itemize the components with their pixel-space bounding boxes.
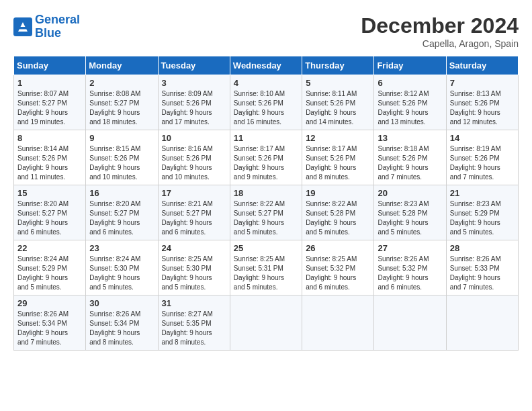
table-row: 22Sunrise: 8:24 AMSunset: 5:29 PMDayligh… xyxy=(14,240,86,295)
day-number: 8 xyxy=(17,133,82,143)
day-number: 10 xyxy=(162,133,226,143)
day-number: 27 xyxy=(378,243,442,253)
calendar-week-row: 22Sunrise: 8:24 AMSunset: 5:29 PMDayligh… xyxy=(14,240,519,295)
day-number: 5 xyxy=(306,78,370,88)
col-friday: Friday xyxy=(374,56,446,75)
cell-content: Sunrise: 8:25 AMSunset: 5:32 PMDaylight:… xyxy=(306,255,370,292)
table-row: 9Sunrise: 8:15 AMSunset: 5:26 PMDaylight… xyxy=(86,130,158,185)
calendar-week-row: 1Sunrise: 8:07 AMSunset: 5:27 PMDaylight… xyxy=(14,75,519,130)
table-row xyxy=(302,295,374,351)
cell-content: Sunrise: 8:14 AMSunset: 5:26 PMDaylight:… xyxy=(17,144,82,182)
table-row: 12Sunrise: 8:17 AMSunset: 5:26 PMDayligh… xyxy=(302,130,374,185)
col-sunday: Sunday xyxy=(14,56,86,75)
table-row: 18Sunrise: 8:22 AMSunset: 5:27 PMDayligh… xyxy=(230,185,302,240)
cell-content: Sunrise: 8:24 AMSunset: 5:30 PMDaylight:… xyxy=(89,255,154,292)
calendar-week-row: 29Sunrise: 8:26 AMSunset: 5:34 PMDayligh… xyxy=(14,295,519,351)
cell-content: Sunrise: 8:08 AMSunset: 5:27 PMDaylight:… xyxy=(89,89,154,127)
table-row: 19Sunrise: 8:22 AMSunset: 5:28 PMDayligh… xyxy=(302,185,374,240)
cell-content: Sunrise: 8:26 AMSunset: 5:34 PMDaylight:… xyxy=(89,310,154,347)
day-number: 25 xyxy=(234,243,298,253)
cell-content: Sunrise: 8:23 AMSunset: 5:28 PMDaylight:… xyxy=(378,199,442,237)
cell-content: Sunrise: 8:15 AMSunset: 5:26 PMDaylight:… xyxy=(89,144,154,182)
table-row: 4Sunrise: 8:10 AMSunset: 5:26 PMDaylight… xyxy=(230,75,302,130)
day-number: 9 xyxy=(89,133,154,143)
cell-content: Sunrise: 8:26 AMSunset: 5:32 PMDaylight:… xyxy=(378,255,442,292)
cell-content: Sunrise: 8:09 AMSunset: 5:26 PMDaylight:… xyxy=(162,89,226,127)
cell-content: Sunrise: 8:16 AMSunset: 5:26 PMDaylight:… xyxy=(162,144,226,182)
col-thursday: Thursday xyxy=(302,56,374,75)
cell-content: Sunrise: 8:25 AMSunset: 5:30 PMDaylight:… xyxy=(162,255,226,292)
table-row: 17Sunrise: 8:21 AMSunset: 5:27 PMDayligh… xyxy=(158,185,230,240)
day-number: 14 xyxy=(450,133,515,143)
table-row: 5Sunrise: 8:11 AMSunset: 5:26 PMDaylight… xyxy=(302,75,374,130)
day-number: 20 xyxy=(378,188,442,198)
table-row: 27Sunrise: 8:26 AMSunset: 5:32 PMDayligh… xyxy=(374,240,446,295)
calendar-week-row: 15Sunrise: 8:20 AMSunset: 5:27 PMDayligh… xyxy=(14,185,519,240)
table-row: 16Sunrise: 8:20 AMSunset: 5:27 PMDayligh… xyxy=(86,185,158,240)
table-row: 29Sunrise: 8:26 AMSunset: 5:34 PMDayligh… xyxy=(14,295,86,351)
day-number: 4 xyxy=(234,78,298,88)
table-row: 3Sunrise: 8:09 AMSunset: 5:26 PMDaylight… xyxy=(158,75,230,130)
cell-content: Sunrise: 8:27 AMSunset: 5:35 PMDaylight:… xyxy=(162,310,226,347)
day-number: 23 xyxy=(89,243,154,253)
col-wednesday: Wednesday xyxy=(230,56,302,75)
cell-content: Sunrise: 8:26 AMSunset: 5:33 PMDaylight:… xyxy=(450,255,515,292)
cell-content: Sunrise: 8:24 AMSunset: 5:29 PMDaylight:… xyxy=(17,255,82,292)
page-header: General Blue December 2024 Capella, Arag… xyxy=(13,13,519,49)
day-number: 6 xyxy=(378,78,442,88)
table-row: 21Sunrise: 8:23 AMSunset: 5:29 PMDayligh… xyxy=(446,185,518,240)
table-row: 30Sunrise: 8:26 AMSunset: 5:34 PMDayligh… xyxy=(86,295,158,351)
table-row: 24Sunrise: 8:25 AMSunset: 5:30 PMDayligh… xyxy=(158,240,230,295)
table-row: 2Sunrise: 8:08 AMSunset: 5:27 PMDaylight… xyxy=(86,75,158,130)
calendar-week-row: 8Sunrise: 8:14 AMSunset: 5:26 PMDaylight… xyxy=(14,130,519,185)
day-number: 2 xyxy=(89,78,154,88)
col-monday: Monday xyxy=(86,56,158,75)
day-number: 11 xyxy=(234,133,298,143)
day-number: 18 xyxy=(234,188,298,198)
table-row xyxy=(374,295,446,351)
logo-icon xyxy=(13,17,32,36)
day-number: 24 xyxy=(162,243,226,253)
table-row: 31Sunrise: 8:27 AMSunset: 5:35 PMDayligh… xyxy=(158,295,230,351)
cell-content: Sunrise: 8:17 AMSunset: 5:26 PMDaylight:… xyxy=(234,144,298,182)
logo-line1: General xyxy=(35,13,80,26)
cell-content: Sunrise: 8:25 AMSunset: 5:31 PMDaylight:… xyxy=(234,255,298,292)
day-number: 31 xyxy=(162,298,226,308)
table-row: 28Sunrise: 8:26 AMSunset: 5:33 PMDayligh… xyxy=(446,240,518,295)
col-tuesday: Tuesday xyxy=(158,56,230,75)
col-saturday: Saturday xyxy=(446,56,518,75)
day-number: 17 xyxy=(162,188,226,198)
table-row: 10Sunrise: 8:16 AMSunset: 5:26 PMDayligh… xyxy=(158,130,230,185)
table-row xyxy=(230,295,302,351)
cell-content: Sunrise: 8:17 AMSunset: 5:26 PMDaylight:… xyxy=(306,144,370,182)
cell-content: Sunrise: 8:10 AMSunset: 5:26 PMDaylight:… xyxy=(234,89,298,127)
table-row: 6Sunrise: 8:12 AMSunset: 5:26 PMDaylight… xyxy=(374,75,446,130)
day-number: 28 xyxy=(450,243,515,253)
day-number: 19 xyxy=(306,188,370,198)
cell-content: Sunrise: 8:22 AMSunset: 5:27 PMDaylight:… xyxy=(234,199,298,237)
logo: General Blue xyxy=(13,13,80,40)
cell-content: Sunrise: 8:11 AMSunset: 5:26 PMDaylight:… xyxy=(306,89,370,127)
day-number: 7 xyxy=(450,78,515,88)
table-row: 14Sunrise: 8:19 AMSunset: 5:26 PMDayligh… xyxy=(446,130,518,185)
logo-text: General Blue xyxy=(35,13,80,40)
day-number: 22 xyxy=(17,243,82,253)
cell-content: Sunrise: 8:19 AMSunset: 5:26 PMDaylight:… xyxy=(450,144,515,182)
day-number: 15 xyxy=(17,188,82,198)
day-number: 16 xyxy=(89,188,154,198)
table-row: 7Sunrise: 8:13 AMSunset: 5:26 PMDaylight… xyxy=(446,75,518,130)
table-row xyxy=(446,295,518,351)
cell-content: Sunrise: 8:21 AMSunset: 5:27 PMDaylight:… xyxy=(162,199,226,237)
day-number: 13 xyxy=(378,133,442,143)
cell-content: Sunrise: 8:22 AMSunset: 5:28 PMDaylight:… xyxy=(306,199,370,237)
cell-content: Sunrise: 8:12 AMSunset: 5:26 PMDaylight:… xyxy=(378,89,442,127)
cell-content: Sunrise: 8:13 AMSunset: 5:26 PMDaylight:… xyxy=(450,89,515,127)
cell-content: Sunrise: 8:26 AMSunset: 5:34 PMDaylight:… xyxy=(17,310,82,347)
table-row: 15Sunrise: 8:20 AMSunset: 5:27 PMDayligh… xyxy=(14,185,86,240)
cell-content: Sunrise: 8:07 AMSunset: 5:27 PMDaylight:… xyxy=(17,89,82,127)
svg-rect-2 xyxy=(19,27,27,30)
table-row: 1Sunrise: 8:07 AMSunset: 5:27 PMDaylight… xyxy=(14,75,86,130)
cell-content: Sunrise: 8:23 AMSunset: 5:29 PMDaylight:… xyxy=(450,199,515,237)
day-number: 29 xyxy=(17,298,82,308)
day-number: 12 xyxy=(306,133,370,143)
